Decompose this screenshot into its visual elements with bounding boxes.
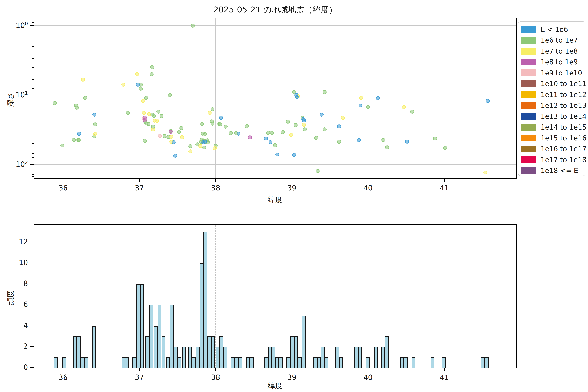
legend-item: 1e17 to 1e18 — [521, 154, 585, 165]
y-minor-tick-mark — [32, 167, 34, 168]
scatter-point — [77, 138, 81, 142]
y-minor-tick-mark — [32, 116, 34, 116]
histogram-bar — [313, 357, 317, 368]
histogram-bar — [302, 316, 306, 368]
x-tick-mark — [215, 368, 216, 371]
histogram-bar — [354, 347, 358, 368]
legend-swatch — [521, 80, 536, 87]
scatter-point — [143, 139, 147, 143]
x-tick-label: 38 — [206, 184, 226, 192]
histogram-bar — [77, 336, 80, 368]
y-tick-label: 8 — [13, 279, 28, 288]
legend-swatch — [521, 146, 536, 152]
chart-title: 2025-05-21 の地域地震（緯度） — [34, 4, 516, 15]
legend-item: 1e16 to 1e17 — [521, 144, 585, 154]
scatter-point — [292, 153, 296, 157]
histogram-bar — [385, 336, 388, 368]
x-tick-mark — [292, 178, 292, 182]
histogram-bar — [235, 357, 238, 368]
scatter-point — [180, 135, 184, 139]
histogram-bar — [170, 305, 174, 368]
x-gridline — [63, 225, 63, 368]
histogram-bar — [162, 336, 165, 368]
legend-swatch — [521, 91, 536, 98]
y-minor-tick-mark — [32, 46, 34, 47]
scatter-point — [203, 140, 207, 144]
legend-swatch — [521, 134, 536, 142]
histogram-bar — [430, 357, 434, 368]
scatter-point — [213, 146, 217, 150]
scatter-point — [322, 90, 326, 94]
y-tick-label: 100 — [10, 21, 28, 30]
y-minor-tick-mark — [32, 161, 34, 162]
histogram-bar — [481, 357, 484, 368]
scatter-point — [357, 138, 361, 142]
y-minor-tick-mark — [32, 80, 34, 80]
histogram-bar — [442, 357, 446, 368]
x-tick-mark — [444, 368, 444, 371]
legend-swatch — [521, 26, 536, 33]
legend-item: 1e8 to 1e9 — [521, 57, 585, 68]
legend-item: 1e13 to 1e14 — [521, 111, 585, 122]
scatter-point — [236, 132, 240, 136]
scatter-point — [314, 136, 318, 140]
x-tick-mark — [63, 178, 64, 182]
legend-label: 1e13 to 1e14 — [541, 112, 586, 120]
y-tick-mark — [30, 164, 34, 165]
legend-swatch — [521, 113, 536, 120]
x-gridline — [63, 18, 63, 178]
scatter-point — [200, 122, 204, 126]
histogram-bar — [203, 232, 207, 368]
y-tick-mark — [30, 25, 34, 26]
y-gridline — [34, 326, 516, 326]
legend-item: 1e6 to 1e7 — [521, 35, 585, 46]
x-tick-label: 41 — [434, 184, 454, 192]
scatter-point — [139, 87, 143, 91]
x-tick-mark — [368, 178, 368, 182]
histogram-bar — [290, 336, 294, 368]
scatter-point — [188, 150, 192, 153]
x-tick-label: 37 — [130, 184, 149, 192]
histogram-bar — [223, 347, 227, 368]
legend-item: 1e15 to 1e16 — [521, 133, 585, 144]
y-minor-tick-mark — [32, 22, 34, 23]
histogram-bar — [73, 336, 77, 368]
histogram-bar — [125, 357, 128, 368]
legend-label: 1e9 to 1e10 — [541, 69, 582, 77]
x-gridline — [444, 18, 444, 178]
histogram-bar — [231, 357, 234, 368]
histogram-bar — [207, 336, 211, 368]
histogram-bar — [264, 357, 268, 368]
scatter-point — [142, 111, 146, 115]
x-tick-label: 41 — [434, 373, 454, 382]
scatter-point — [316, 169, 320, 173]
scatter-point — [202, 146, 206, 150]
scatter-point — [150, 65, 154, 69]
y-tick-label: 4 — [13, 321, 28, 330]
legend-swatch — [521, 124, 536, 131]
histogram-bar — [374, 347, 378, 368]
legend-label: 1e11 to 1e12 — [541, 91, 586, 99]
scatter-point — [341, 116, 345, 120]
scatter-point — [337, 140, 341, 144]
histogram-axes: 363738394041024681012 — [34, 224, 516, 368]
histogram-bar — [335, 347, 339, 368]
x-gridline — [368, 225, 368, 368]
x-tick-label: 39 — [282, 184, 302, 192]
histogram-bar — [132, 357, 136, 368]
x-tick-mark — [139, 178, 140, 182]
scatter-point — [320, 113, 324, 116]
legend-label: 1e17 to 1e18 — [541, 156, 586, 164]
y-minor-tick-mark — [32, 58, 34, 59]
x-gridline — [216, 225, 216, 368]
y-minor-tick-mark — [32, 176, 34, 177]
legend-swatch — [521, 59, 536, 66]
scatter-point — [410, 110, 414, 114]
scatter-point — [169, 130, 173, 134]
y-gridline — [34, 284, 516, 284]
scatter-point — [358, 104, 362, 108]
scatter-point — [162, 134, 166, 138]
scatter-point — [126, 111, 130, 115]
y-minor-tick-mark — [32, 149, 34, 149]
legend-swatch — [521, 102, 536, 109]
